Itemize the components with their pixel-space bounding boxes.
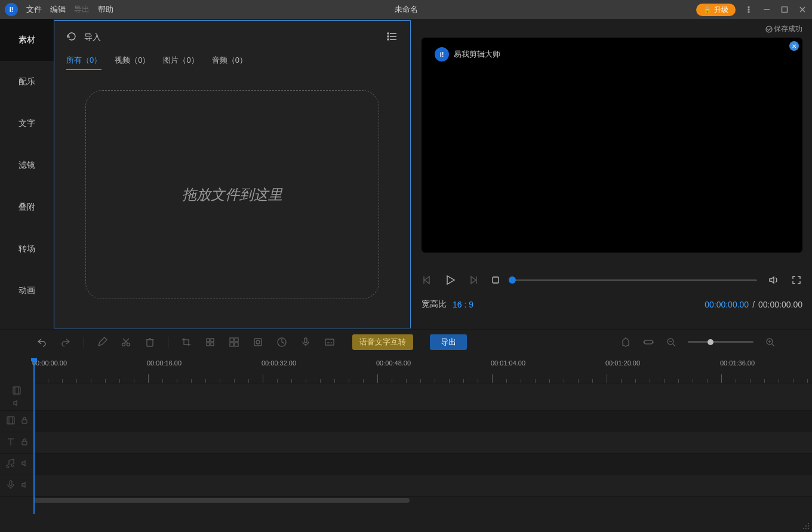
preview-meta: 宽高比 16 : 9 00:00:00.00 / 00:00:00.00 — [422, 299, 802, 310]
maximize-button[interactable] — [780, 5, 789, 14]
side-nav-item-music[interactable]: 配乐 — [0, 61, 54, 103]
aspect-ratio-label: 宽高比 — [422, 299, 447, 310]
svg-point-36 — [256, 340, 260, 344]
svg-point-72 — [803, 528, 804, 529]
timeline-ruler[interactable]: 00:00:00.0000:00:16.0000:00:32.0000:00:4… — [33, 353, 812, 383]
track-video-main[interactable] — [33, 383, 812, 411]
media-tab-all[interactable]: 所有（0） — [66, 55, 102, 70]
lock-icon — [21, 438, 28, 447]
media-tab-video[interactable]: 视频（0） — [115, 55, 150, 70]
fit-timeline-icon[interactable] — [642, 336, 654, 348]
voice-text-convert-button[interactable]: 语音文字互转 — [352, 334, 413, 350]
watermark-close-icon[interactable]: ✕ — [789, 41, 799, 51]
freeze-frame-icon[interactable] — [252, 336, 264, 348]
menu-edit[interactable]: 编辑 — [50, 4, 66, 15]
preview-progress-slider[interactable] — [512, 279, 757, 281]
window-title: 未命名 — [395, 4, 418, 15]
zoom-out-button[interactable] — [665, 336, 677, 348]
redo-button[interactable] — [60, 336, 72, 348]
title-bar: i! 文件 编辑 导出 帮助 未命名 🔒 升级 — [0, 0, 812, 19]
time-divider: / — [752, 300, 755, 309]
minimize-button[interactable] — [762, 5, 771, 14]
export-button[interactable]: 导出 — [430, 334, 467, 350]
import-button[interactable]: 导入 — [84, 32, 101, 43]
volume-icon — [13, 399, 21, 409]
mosaic-tool-icon[interactable] — [204, 336, 216, 348]
speed-tool-icon[interactable] — [276, 336, 288, 348]
play-button[interactable] — [444, 274, 456, 286]
track-voiceover[interactable] — [33, 475, 812, 497]
marker-tool-icon[interactable] — [620, 336, 632, 348]
voiceover-tool-icon[interactable] — [300, 336, 312, 348]
volume-icon — [21, 481, 28, 490]
delete-tool-icon[interactable] — [144, 336, 156, 348]
zoom-slider[interactable] — [688, 341, 753, 343]
next-frame-button[interactable] — [467, 274, 479, 286]
side-nav-item-material[interactable]: 素材 — [0, 19, 54, 61]
media-tab-image[interactable]: 图片（0） — [163, 55, 198, 70]
svg-point-0 — [748, 7, 749, 8]
menu-help[interactable]: 帮助 — [98, 4, 113, 15]
aspect-ratio-value[interactable]: 16 : 9 — [453, 300, 473, 309]
refresh-icon[interactable] — [66, 31, 77, 44]
track-video-overlay[interactable] — [33, 411, 812, 432]
music-icon — [5, 458, 16, 471]
media-tab-audio[interactable]: 音频（0） — [212, 55, 247, 70]
preview-progress-thumb[interactable] — [509, 276, 516, 284]
drop-zone[interactable]: 拖放文件到这里 — [85, 90, 379, 299]
side-nav-item-filter[interactable]: 滤镜 — [0, 144, 54, 186]
undo-button[interactable] — [36, 336, 48, 348]
upgrade-label: 升级 — [714, 5, 728, 15]
film-icon — [11, 385, 22, 398]
edit-tool-icon[interactable] — [96, 336, 108, 348]
list-view-toggle-icon[interactable] — [386, 30, 398, 44]
svg-rect-33 — [230, 343, 233, 346]
more-menu-icon[interactable] — [744, 5, 753, 14]
svg-rect-31 — [230, 338, 233, 342]
timeline-scrollbar[interactable] — [0, 497, 812, 504]
volume-icon — [21, 460, 28, 469]
svg-point-67 — [808, 523, 809, 524]
ruler-label: 00:00:48.00 — [376, 359, 411, 367]
zoom-tool-icon[interactable] — [228, 336, 240, 348]
track-gutters — [0, 383, 33, 497]
prev-frame-button[interactable] — [422, 274, 433, 286]
scrollbar-thumb[interactable] — [33, 498, 410, 503]
svg-rect-4 — [782, 7, 788, 13]
gutter-video-overlay[interactable] — [0, 411, 33, 432]
side-nav-item-text[interactable]: 文字 — [0, 103, 54, 144]
cut-tool-icon[interactable] — [120, 336, 132, 348]
svg-rect-61 — [22, 420, 27, 423]
crop-tool-icon[interactable] — [180, 336, 192, 348]
close-button[interactable] — [798, 5, 807, 14]
volume-button[interactable] — [768, 274, 780, 286]
track-audio[interactable] — [33, 454, 812, 475]
zoom-slider-thumb[interactable] — [708, 339, 713, 345]
subtitle-tool-icon[interactable] — [324, 336, 336, 348]
preview-controls — [422, 274, 802, 286]
app-logo-icon: i! — [5, 3, 18, 16]
svg-rect-40 — [304, 338, 307, 343]
menu-file[interactable]: 文件 — [26, 4, 42, 15]
upgrade-button[interactable]: 🔒 升级 — [696, 4, 736, 16]
zoom-in-button[interactable] — [764, 336, 776, 348]
svg-point-12 — [387, 39, 389, 40]
side-nav-item-animation[interactable]: 动画 — [0, 270, 54, 312]
gutter-video-main[interactable] — [0, 383, 33, 411]
svg-rect-64 — [22, 441, 27, 445]
svg-line-39 — [282, 342, 284, 343]
side-nav-item-overlay[interactable]: 叠附 — [0, 186, 54, 228]
svg-line-49 — [673, 344, 675, 346]
gutter-text[interactable] — [0, 432, 33, 454]
ruler-label: 00:00:32.00 — [262, 359, 296, 367]
resize-grip-icon[interactable] — [801, 521, 810, 530]
side-nav: 素材 配乐 文字 滤镜 叠附 转场 动画 — [0, 19, 54, 330]
track-text[interactable] — [33, 432, 812, 454]
stop-button[interactable] — [490, 274, 502, 286]
watermark-label: 易我剪辑大师 — [454, 49, 500, 60]
fullscreen-button[interactable] — [791, 274, 802, 286]
gutter-audio[interactable] — [0, 454, 33, 475]
side-nav-item-transition[interactable]: 转场 — [0, 228, 54, 270]
preview-viewport[interactable]: i! 易我剪辑大师 ✕ — [422, 38, 802, 253]
gutter-voiceover[interactable] — [0, 475, 33, 497]
